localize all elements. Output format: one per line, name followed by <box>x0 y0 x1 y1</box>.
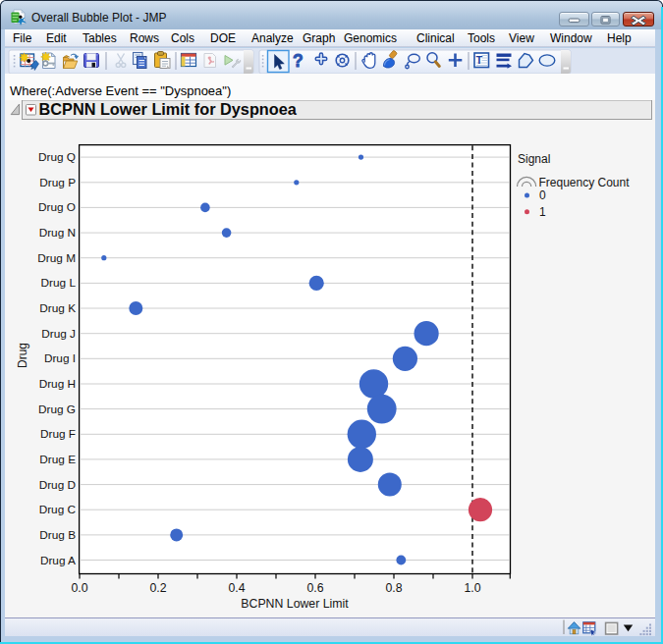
svg-text:1.0: 1.0 <box>464 581 480 595</box>
svg-text:Drug H: Drug H <box>39 377 76 391</box>
svg-text:Drug: Drug <box>16 343 29 368</box>
svg-text:Drug F: Drug F <box>40 427 76 441</box>
svg-text:0.8: 0.8 <box>385 581 402 595</box>
svg-text:BCPNN Lower Limit for Dyspnoea: BCPNN Lower Limit for Dyspnoea <box>39 100 298 118</box>
svg-text:Drug B: Drug B <box>39 528 76 542</box>
svg-text:Drug E: Drug E <box>39 453 76 466</box>
svg-text:Drug O: Drug O <box>38 200 76 214</box>
svg-text:Frequency Count: Frequency Count <box>539 176 631 189</box>
svg-text:Drug K: Drug K <box>39 301 76 315</box>
svg-text:T: T <box>476 54 483 66</box>
svg-text:1: 1 <box>539 205 546 219</box>
svg-text:BCPNN Lower Limit: BCPNN Lower Limit <box>241 597 349 611</box>
svg-text:0.6: 0.6 <box>306 581 323 595</box>
svg-text:Drug C: Drug C <box>39 503 77 516</box>
svg-text:Drug M: Drug M <box>37 251 76 265</box>
svg-text:0.0: 0.0 <box>71 581 87 595</box>
svg-text:?: ? <box>293 51 304 71</box>
svg-text:Signal: Signal <box>518 152 550 166</box>
svg-text:0: 0 <box>539 188 546 202</box>
svg-text:Drug G: Drug G <box>38 402 76 416</box>
svg-text:Drug A: Drug A <box>40 554 76 567</box>
svg-text:Drug D: Drug D <box>39 478 76 492</box>
svg-text:Drug L: Drug L <box>41 276 77 290</box>
svg-text:Drug Q: Drug Q <box>38 150 76 164</box>
svg-text:0.2: 0.2 <box>149 581 166 595</box>
svg-text:Drug J: Drug J <box>41 327 76 341</box>
svg-text:0.4: 0.4 <box>228 581 245 595</box>
svg-text:Drug N: Drug N <box>39 226 76 240</box>
svg-text:Drug P: Drug P <box>39 176 76 189</box>
svg-text:Drug I: Drug I <box>44 351 76 365</box>
